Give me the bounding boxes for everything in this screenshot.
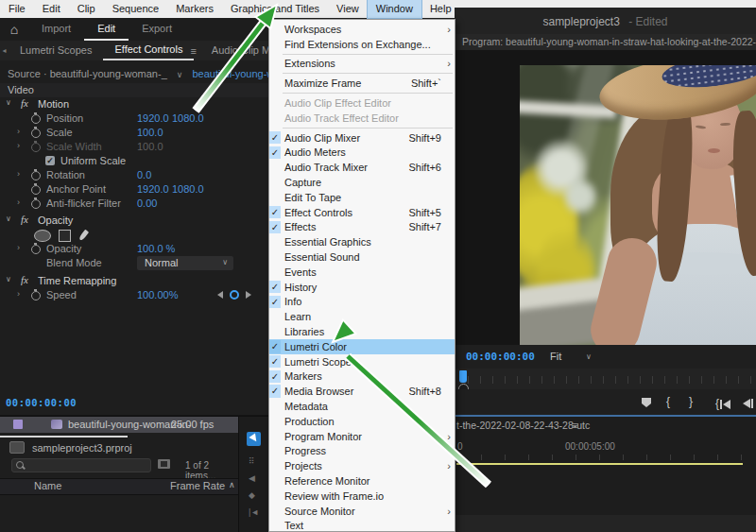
menu-item[interactable]: ✓ Markers bbox=[269, 369, 455, 385]
anti-flicker-row[interactable]: › Anti-flicker Filter 0.00 bbox=[0, 197, 268, 211]
work-area-bar[interactable] bbox=[456, 463, 743, 465]
step-back-icon[interactable] bbox=[743, 397, 753, 408]
ellipse-mask-icon[interactable] bbox=[34, 230, 51, 242]
video-preview[interactable] bbox=[520, 65, 756, 345]
menu-item[interactable]: Learn bbox=[269, 309, 455, 324]
menu-item[interactable]: Essential Sound bbox=[269, 249, 455, 265]
menu-item[interactable]: Essential Graphics bbox=[269, 234, 455, 249]
sort-up-icon[interactable]: ∧ bbox=[229, 480, 235, 489]
menubar-item[interactable]: Edit bbox=[34, 0, 69, 18]
opacity-param-row[interactable]: › Opacity 100.0 % bbox=[0, 242, 268, 256]
menu-item[interactable]: Progress bbox=[269, 444, 455, 459]
scroll-left-icon[interactable]: ◂ bbox=[0, 46, 9, 55]
param-value[interactable]: 100.0 % bbox=[137, 243, 175, 254]
menu-item[interactable]: Projects › bbox=[269, 458, 455, 473]
param-value[interactable]: 100.00% bbox=[137, 289, 178, 300]
go-to-in-icon[interactable]: { bbox=[715, 397, 730, 410]
menu-item[interactable]: Audio Track Mixer Shift+6 bbox=[269, 160, 455, 175]
slip-tool-icon[interactable]: |◄ bbox=[249, 507, 259, 517]
mark-in-icon[interactable]: { bbox=[666, 395, 670, 408]
twirl-open-icon[interactable]: ∨ bbox=[6, 98, 11, 107]
menu-item[interactable]: Source Monitor › bbox=[269, 504, 455, 519]
blend-mode-dropdown[interactable]: Normal ∨ bbox=[137, 256, 233, 270]
tab-lumetri-scopes[interactable]: Lumetri Scopes bbox=[9, 42, 103, 60]
menu-item[interactable]: Review with Frame.io bbox=[269, 489, 455, 504]
menu-item[interactable]: Program Monitor › bbox=[269, 429, 455, 444]
menu-item[interactable]: ✓ Lumetri Scopes bbox=[269, 354, 455, 369]
search-input[interactable] bbox=[11, 458, 151, 472]
prev-keyframe-icon[interactable] bbox=[217, 291, 223, 299]
header-nav-item[interactable]: Edit bbox=[84, 18, 129, 41]
home-icon[interactable]: ⌂ bbox=[0, 22, 28, 37]
rotation-row[interactable]: › Rotation 0.0 bbox=[0, 168, 268, 182]
program-monitor-tab[interactable]: Program: beautiful-young-woman-in-straw-… bbox=[455, 34, 756, 51]
panel-menu-icon[interactable]: ≡ bbox=[572, 420, 577, 431]
menubar-item[interactable]: Graphics and Titles bbox=[222, 0, 328, 18]
table-row[interactable]: beautiful-young-woman-in- 25.00 fps bbox=[0, 417, 238, 433]
ripple-edit-tool-icon[interactable]: ◀ bbox=[249, 473, 255, 483]
playhead[interactable] bbox=[459, 370, 467, 383]
menu-item[interactable]: Extensions › bbox=[269, 57, 455, 72]
menu-item[interactable]: Production bbox=[269, 414, 455, 429]
menu-item[interactable]: Edit To Tape bbox=[269, 190, 455, 205]
column-frame-rate[interactable]: Frame Rate bbox=[170, 480, 225, 491]
stopwatch-icon[interactable] bbox=[31, 245, 41, 254]
menu-item[interactable]: ✓ Lumetri Color bbox=[269, 339, 455, 354]
sequence-tab[interactable]: t-the-2022-02-08-22-43-28-utc bbox=[456, 420, 590, 431]
speed-row[interactable]: › Speed 100.00% bbox=[0, 288, 268, 302]
column-name[interactable]: Name bbox=[34, 480, 61, 491]
tab-effect-controls[interactable]: Effect Controls bbox=[103, 41, 194, 60]
menubar-item[interactable]: Window bbox=[368, 0, 421, 18]
header-nav-item[interactable]: Export bbox=[129, 18, 185, 41]
twirl-closed-icon[interactable]: › bbox=[17, 169, 20, 179]
checkbox-checked-icon[interactable]: ✓ bbox=[45, 156, 55, 165]
mark-out-icon[interactable]: } bbox=[689, 395, 693, 408]
anchor-point-row[interactable]: Anchor Point 1920.0 1080.0 bbox=[0, 182, 268, 197]
param-value[interactable]: 1920.0 bbox=[137, 183, 169, 195]
param-value[interactable]: 1080.0 bbox=[172, 183, 204, 195]
track-select-tool-icon[interactable]: ⠿ bbox=[249, 456, 255, 466]
param-value[interactable]: 1080.0 bbox=[172, 112, 204, 124]
add-marker-icon[interactable] bbox=[642, 398, 651, 407]
zoom-level-dropdown[interactable]: Fit bbox=[550, 351, 561, 362]
menu-item[interactable]: Events bbox=[269, 265, 455, 280]
menu-item[interactable]: ✓ Effect Controls Shift+5 bbox=[269, 205, 455, 220]
stopwatch-icon[interactable] bbox=[31, 199, 41, 209]
twirl-open-icon[interactable]: ∨ bbox=[6, 275, 11, 283]
menubar-item[interactable]: View bbox=[328, 0, 368, 18]
menu-item[interactable]: Capture bbox=[269, 175, 455, 190]
menubar-item[interactable]: Markers bbox=[167, 0, 222, 18]
menu-item[interactable]: Metadata bbox=[269, 399, 455, 414]
video-section-header[interactable]: Video bbox=[0, 83, 268, 97]
opacity-group-row[interactable]: ∨ fx Opacity bbox=[0, 214, 268, 228]
new-bin-icon[interactable] bbox=[158, 459, 170, 469]
twirl-closed-icon[interactable]: › bbox=[17, 197, 20, 207]
next-keyframe-icon[interactable] bbox=[246, 291, 251, 299]
motion-group-row[interactable]: ∨ fx Motion bbox=[0, 97, 268, 112]
position-row[interactable]: Position 1920.0 1080.0 bbox=[0, 112, 268, 126]
selection-tool-icon[interactable] bbox=[247, 432, 261, 446]
stopwatch-icon[interactable] bbox=[31, 185, 41, 195]
menu-item[interactable]: Maximize Frame Shift+` bbox=[269, 76, 455, 91]
project-file-row[interactable]: sampleproject3.prproj bbox=[9, 441, 132, 454]
menu-item[interactable]: Audio Track Effect Editor bbox=[269, 111, 455, 126]
twirl-open-icon[interactable]: ∨ bbox=[6, 215, 11, 223]
monitor-mini-timeline[interactable] bbox=[455, 369, 756, 389]
stopwatch-icon[interactable] bbox=[31, 291, 41, 300]
menu-item[interactable]: Reference Monitor bbox=[269, 473, 455, 489]
header-nav-item[interactable]: Import bbox=[28, 18, 84, 41]
label-color-swatch[interactable] bbox=[13, 420, 23, 429]
menu-item[interactable]: ✓ History bbox=[269, 280, 455, 295]
menu-item[interactable]: Audio Clip Effect Editor bbox=[269, 95, 455, 111]
menubar-item[interactable]: Sequence bbox=[104, 0, 168, 18]
twirl-closed-icon[interactable]: › bbox=[17, 243, 20, 252]
menu-item[interactable]: ✓ Media Browser Shift+8 bbox=[269, 384, 455, 399]
chevron-down-icon[interactable]: ∨ bbox=[177, 70, 183, 79]
time-remapping-group-row[interactable]: ∨ fx Time Remapping bbox=[0, 274, 268, 288]
effect-controls-timecode[interactable]: 00:00:00:00 bbox=[6, 397, 77, 408]
menu-item[interactable]: ✓ Audio Meters bbox=[269, 146, 455, 161]
twirl-closed-icon[interactable]: › bbox=[17, 127, 20, 136]
stopwatch-icon[interactable] bbox=[31, 171, 41, 180]
menubar-item[interactable]: File bbox=[0, 0, 34, 18]
param-value[interactable]: 1920.0 bbox=[137, 112, 169, 124]
